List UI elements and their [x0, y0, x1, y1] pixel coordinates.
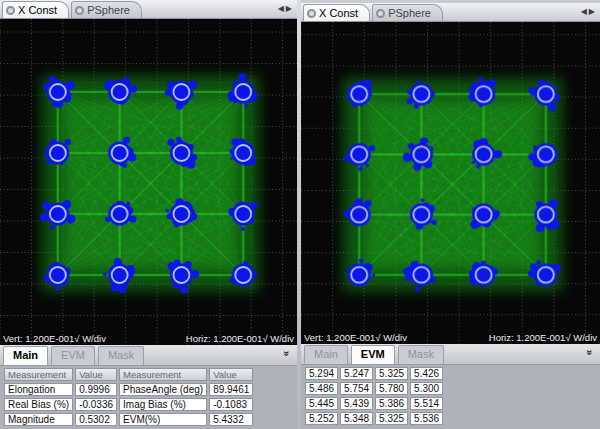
tab-scroll-arrows: ◀▶	[581, 7, 597, 16]
left-plot-area: Vert: 1.200E-001√ W/div Horiz: 1.200E-00…	[0, 19, 297, 345]
tab-x-const[interactable]: X Const	[303, 4, 370, 21]
trace-circle-icon	[376, 9, 385, 18]
tab-scroll-arrows: ◀▶	[278, 4, 294, 13]
tab-mask[interactable]: Mask	[398, 345, 444, 364]
evm-value: 5.386	[375, 397, 408, 410]
column-header: Measurement	[119, 368, 207, 381]
right-panel: X Const PSphere ◀▶ Vert: 1.200E-001√ W/d…	[301, 0, 600, 429]
tab-label: X Const	[18, 2, 57, 18]
evm-value: 5.325	[375, 367, 408, 380]
scroll-tabs-left-icon[interactable]: ◀	[278, 4, 286, 13]
tab-x-const[interactable]: X Const	[2, 1, 69, 18]
table-header-row: Measurement Value Measurement Value	[4, 368, 253, 381]
evm-value: 5.514	[410, 397, 443, 410]
table-row: Elongation 0.9996 PhaseAngle (deg) 89.94…	[4, 383, 253, 396]
trace-circle-icon	[6, 6, 15, 15]
table-row: 5.294 5.247 5.325 5.426	[305, 367, 443, 380]
left-results-tabbar: Main EVM Mask »	[0, 345, 297, 366]
tab-evm[interactable]: EVM	[51, 346, 95, 365]
evm-value: 5.426	[410, 367, 443, 380]
evm-value: 5.780	[375, 382, 408, 395]
evm-grid-table: 5.294 5.247 5.325 5.426 5.486 5.754 5.78…	[303, 365, 445, 427]
measurement-value: 89.9461	[209, 383, 253, 396]
vsa-window: X Const PSphere ◀▶ Vert: 1.200E-001√ W/d…	[0, 0, 600, 429]
table-row: 5.486 5.754 5.780 5.300	[305, 382, 443, 395]
measurement-name: EVM(%)	[119, 413, 207, 426]
table-row: Magnitude 0.5302 EVM(%) 5.4332	[4, 413, 253, 426]
measurement-name: PhaseAngle (deg)	[119, 383, 207, 396]
evm-value: 5.252	[305, 412, 338, 425]
left-panel: X Const PSphere ◀▶ Vert: 1.200E-001√ W/d…	[0, 0, 297, 429]
evm-value: 5.300	[410, 382, 443, 395]
evm-value: 5.247	[340, 367, 373, 380]
tab-label: PSphere	[87, 2, 130, 18]
measurement-name: Magnitude	[4, 413, 73, 426]
evm-value: 5.294	[305, 367, 338, 380]
collapse-table-icon[interactable]: »	[585, 350, 596, 356]
right-plot-area: Vert: 1.200E-001√ W/div Horiz: 1.200E-00…	[301, 22, 600, 344]
constellation-plot[interactable]	[301, 22, 600, 344]
tab-evm[interactable]: EVM	[351, 345, 395, 364]
table-row: 5.445 5.439 5.386 5.514	[305, 397, 443, 410]
trace-circle-icon	[75, 6, 84, 15]
trace-circle-icon	[307, 9, 316, 18]
evm-value: 5.445	[305, 397, 338, 410]
evm-value: 5.439	[340, 397, 373, 410]
measurement-value: 0.5302	[75, 413, 117, 426]
measurement-name: Elongation	[4, 383, 73, 396]
evm-value: 5.325	[375, 412, 408, 425]
tab-label: PSphere	[388, 5, 431, 21]
measurement-value: -0.1083	[209, 398, 253, 411]
left-trace-tabbar: X Const PSphere ◀▶	[0, 0, 297, 19]
measurement-name: Imag Bias (%)	[119, 398, 207, 411]
collapse-table-icon[interactable]: »	[282, 351, 293, 357]
measurement-value: 0.9996	[75, 383, 117, 396]
scroll-tabs-right-icon[interactable]: ▶	[589, 7, 597, 16]
right-results-section: Main EVM Mask » 5.294 5.247 5.325 5.426 …	[301, 344, 600, 429]
evm-value: 5.754	[340, 382, 373, 395]
tab-label: X Const	[319, 5, 358, 21]
table-row: Real Bias (%) -0.0336 Imag Bias (%) -0.1…	[4, 398, 253, 411]
measurement-value: -0.0336	[75, 398, 117, 411]
left-results-section: Main EVM Mask » Measurement Value Measur…	[0, 345, 297, 429]
table-row: 5.252 5.348 5.325 5.536	[305, 412, 443, 425]
tab-psphere[interactable]: PSphere	[372, 4, 443, 21]
measurement-value: 5.4332	[209, 413, 253, 426]
tab-main[interactable]: Main	[3, 346, 48, 365]
tab-psphere[interactable]: PSphere	[71, 1, 142, 18]
evm-value: 5.348	[340, 412, 373, 425]
scroll-tabs-left-icon[interactable]: ◀	[581, 7, 589, 16]
column-header: Value	[75, 368, 117, 381]
scroll-tabs-right-icon[interactable]: ▶	[286, 4, 294, 13]
constellation-plot[interactable]	[0, 19, 297, 345]
column-header: Measurement	[4, 368, 73, 381]
measurement-table: Measurement Value Measurement Value Elon…	[2, 366, 255, 428]
column-header: Value	[209, 368, 253, 381]
tab-mask[interactable]: Mask	[98, 346, 144, 365]
evm-value: 5.536	[410, 412, 443, 425]
tab-main[interactable]: Main	[304, 345, 348, 364]
right-results-tabbar: Main EVM Mask »	[301, 344, 600, 365]
evm-value: 5.486	[305, 382, 338, 395]
measurement-name: Real Bias (%)	[4, 398, 73, 411]
right-trace-tabbar: X Const PSphere ◀▶	[301, 3, 600, 22]
